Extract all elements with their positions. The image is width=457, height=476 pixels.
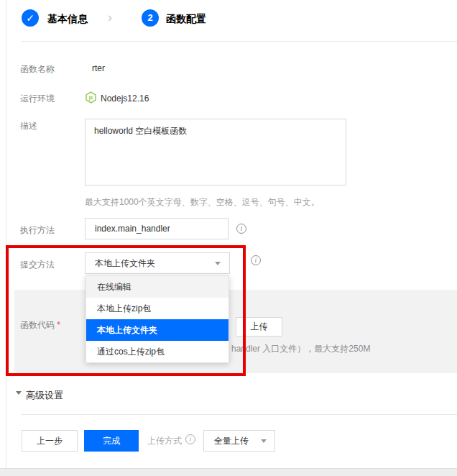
dropdown-option-cos-zip[interactable]: 通过cos上传zip包 bbox=[86, 341, 228, 362]
upload-mode-select[interactable]: 全量上传 bbox=[203, 430, 275, 452]
dropdown-option-upload-zip[interactable]: 本地上传zip包 bbox=[86, 298, 228, 319]
description-hint: 最大支持1000个英文字母、数字、空格、逗号、句号、中文。 bbox=[85, 196, 320, 209]
step1-label: 基本信息 bbox=[47, 13, 88, 26]
page-bottom-edge bbox=[0, 468, 457, 476]
header-divider bbox=[22, 41, 457, 42]
function-name-label: 函数名称 bbox=[20, 63, 55, 75]
handler-info-icon[interactable]: i bbox=[236, 224, 246, 234]
function-code-label: 函数代码 * bbox=[20, 319, 60, 331]
upload-mode-label: 上传方式 bbox=[147, 435, 182, 447]
chevron-down-icon bbox=[261, 439, 267, 443]
step2-number-badge: 2 bbox=[142, 9, 159, 27]
advanced-settings-toggle[interactable]: 高级设置 bbox=[26, 389, 63, 402]
previous-step-button[interactable]: 上一步 bbox=[22, 430, 78, 452]
chevron-down-icon bbox=[215, 262, 221, 265]
step2-label: 函数配置 bbox=[166, 13, 206, 26]
submit-method-label: 提交方法 bbox=[20, 259, 55, 271]
submit-method-dropdown-menu: 在线编辑 本地上传zip包 本地上传文件夹 通过cos上传zip包 bbox=[86, 275, 229, 363]
function-code-hint: handler 入口文件），最大支持250M bbox=[231, 343, 370, 355]
upload-mode-selected-value: 全量上传 bbox=[214, 436, 249, 446]
description-textarea[interactable]: helloworld 空白模板函数 bbox=[85, 119, 346, 186]
function-code-label-text: 函数代码 bbox=[20, 320, 55, 330]
nodejs-icon: js bbox=[85, 91, 97, 106]
finish-button[interactable]: 完成 bbox=[84, 430, 139, 452]
svg-text:js: js bbox=[88, 95, 93, 101]
step-separator-chevron-icon: › bbox=[108, 10, 112, 25]
submit-method-select[interactable]: 本地上传文件夹 bbox=[85, 252, 230, 274]
submit-method-info-icon[interactable]: i bbox=[251, 255, 261, 265]
dropdown-option-upload-folder[interactable]: 本地上传文件夹 bbox=[86, 319, 228, 341]
step1-done-icon: ✓ bbox=[22, 9, 39, 27]
left-edge-divider bbox=[6, 0, 6, 468]
dropdown-option-online-edit[interactable]: 在线编辑 bbox=[86, 276, 228, 298]
triangle-down-icon bbox=[16, 391, 22, 395]
upload-button[interactable]: 上传 bbox=[236, 317, 282, 337]
handler-label: 执行方法 bbox=[20, 224, 55, 237]
function-config-page: ✓ 基本信息 › 2 函数配置 函数名称 rter 运行环境 js Nodejs… bbox=[0, 0, 457, 476]
required-asterisk: * bbox=[57, 320, 60, 330]
runtime-label: 运行环境 bbox=[20, 93, 55, 105]
submit-method-selected-value: 本地上传文件夹 bbox=[95, 258, 155, 268]
upload-mode-info-icon[interactable]: i bbox=[185, 434, 195, 444]
footer-divider bbox=[22, 414, 457, 415]
runtime-value: Nodejs12.16 bbox=[101, 93, 149, 104]
function-name-value: rter bbox=[92, 63, 105, 73]
description-label: 描述 bbox=[20, 120, 37, 132]
handler-input[interactable]: index.main_handler bbox=[85, 218, 228, 239]
